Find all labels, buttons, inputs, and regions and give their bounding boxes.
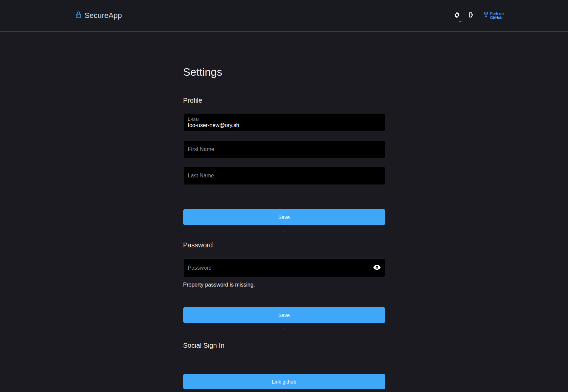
email-input[interactable] <box>188 122 380 128</box>
settings-page: Settings Profile E-Mail Save Password Pr… <box>183 65 385 389</box>
password-error-message: Property password is missing. <box>183 281 385 288</box>
settings-gear-button[interactable] <box>453 11 461 20</box>
last-name-field <box>183 167 385 185</box>
logout-icon <box>468 11 475 19</box>
save-password-button[interactable]: Save <box>183 307 385 323</box>
app-name: SecureApp <box>85 11 122 20</box>
loader-dot <box>284 230 285 231</box>
app-header: SecureApp <box>0 0 568 31</box>
email-field[interactable]: E-Mail <box>183 113 385 131</box>
first-name-input[interactable] <box>183 140 385 158</box>
lock-icon <box>76 13 81 18</box>
first-name-field <box>183 140 385 158</box>
password-field <box>183 259 385 277</box>
last-name-input[interactable] <box>183 167 385 185</box>
social-sign-in-heading: Social Sign In <box>183 341 385 349</box>
fork-icon <box>483 12 489 19</box>
loader-dot <box>284 328 285 329</box>
fork-link-label: Fork on GitHub <box>490 11 504 20</box>
email-field-label: E-Mail <box>188 117 380 122</box>
app-logo[interactable]: SecureApp <box>76 0 122 31</box>
save-profile-button[interactable]: Save <box>183 209 385 225</box>
gear-icon <box>454 12 460 19</box>
toggle-password-visibility-button[interactable] <box>373 264 381 272</box>
link-github-button[interactable]: Link github <box>183 374 385 389</box>
fork-on-github-link[interactable]: Fork on GitHub <box>483 11 504 20</box>
profile-heading: Profile <box>183 96 385 104</box>
page-title: Settings <box>183 65 385 79</box>
header-actions: Fork on GitHub <box>453 0 504 31</box>
focus-indicator <box>459 21 462 22</box>
password-input[interactable] <box>183 259 385 277</box>
password-heading: Password <box>183 241 385 249</box>
logout-button[interactable] <box>467 11 475 20</box>
eye-icon <box>373 265 381 271</box>
